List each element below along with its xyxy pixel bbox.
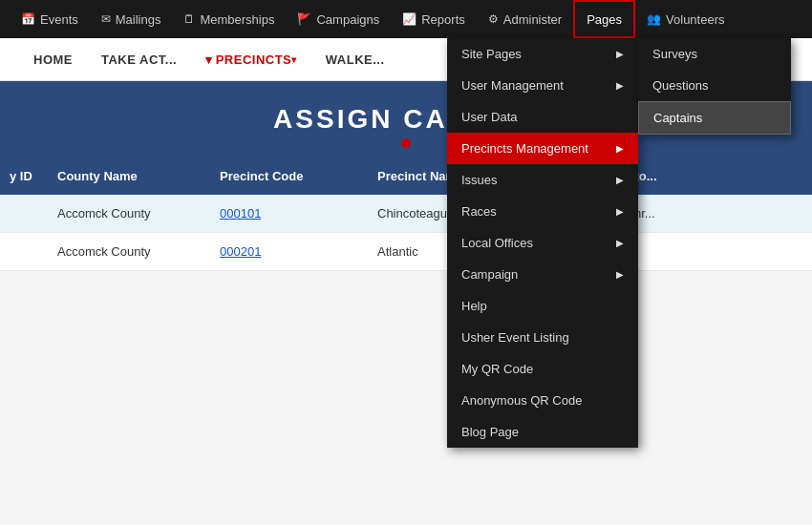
dropdown-blog[interactable]: Blog Page	[447, 416, 638, 448]
submenu-captains[interactable]: Captains	[638, 101, 791, 135]
dropdown-campaign[interactable]: Campaign ▶	[447, 259, 638, 290]
dropdown-precincts-management[interactable]: Precincts Management ▶	[447, 133, 638, 164]
nav-memberships[interactable]: 🗒 Memberships	[172, 0, 286, 38]
cell-county-1: Accomck County	[48, 195, 210, 232]
nav-administer[interactable]: ⚙ Administer	[477, 0, 573, 38]
col-header-county: County Name	[48, 158, 210, 195]
nav-volunteers[interactable]: 👥 Volunteers	[635, 0, 736, 38]
col-header-id: y ID	[0, 158, 48, 195]
top-navigation: 📅 Events ✉ Mailings 🗒 Memberships 🚩 Camp…	[0, 0, 812, 38]
col-header-code: Precinct Code	[210, 158, 368, 195]
chevron-right-icon: ▶	[616, 143, 624, 154]
hero-dot	[401, 138, 411, 148]
memberships-icon: 🗒	[183, 12, 195, 26]
cell-id-2	[0, 233, 48, 270]
nav-campaigns[interactable]: 🚩 Campaigns	[286, 0, 391, 38]
cell-code-2[interactable]: 000201	[210, 233, 368, 270]
nav-events[interactable]: 📅 Events	[10, 0, 90, 38]
submenu-surveys[interactable]: Surveys	[638, 38, 791, 70]
table-header-row: y ID County Name Precinct Code Precinct …	[0, 158, 812, 195]
volunteers-icon: 👥	[647, 12, 661, 26]
nav-reports[interactable]: 📈 Reports	[391, 0, 477, 38]
sec-nav-take-action[interactable]: TAKE ACT...	[87, 38, 191, 81]
campaigns-icon: 🚩	[297, 12, 311, 26]
sec-nav-precincts[interactable]: ▾ PRECINCTS	[191, 38, 311, 81]
dropdown-issues[interactable]: Issues ▶	[447, 164, 638, 196]
sec-nav-walke[interactable]: WALKE...	[311, 38, 399, 81]
dropdown-local-offices[interactable]: Local Offices ▶	[447, 227, 638, 259]
data-table: y ID County Name Precinct Code Precinct …	[0, 158, 812, 271]
pages-dropdown-menu: Site Pages ▶ User Management ▶ User Data…	[447, 38, 638, 448]
dropdown-user-management[interactable]: User Management ▶	[447, 70, 638, 101]
events-icon: 📅	[21, 12, 35, 26]
chevron-right-icon: ▶	[616, 238, 624, 248]
dropdown-my-qr[interactable]: My QR Code	[447, 353, 638, 385]
cell-county-2: Accomck County	[48, 233, 210, 270]
sec-nav-home[interactable]: HOME	[19, 38, 87, 81]
cell-code-1[interactable]: 000101	[210, 195, 368, 232]
chevron-right-icon: ▶	[616, 206, 624, 217]
dropdown-site-pages[interactable]: Site Pages ▶	[447, 38, 638, 70]
dropdown-user-data[interactable]: User Data	[447, 101, 638, 133]
cell-id-1	[0, 195, 48, 232]
nav-pages[interactable]: Pages	[573, 0, 635, 38]
chevron-right-icon: ▶	[616, 269, 624, 280]
table-row: Accomck County 000101 Chincoteague ck@me…	[0, 195, 812, 233]
mailings-icon: ✉	[101, 12, 111, 26]
dropdown-usher-event[interactable]: Usher Event Listing	[447, 322, 638, 353]
dropdown-anon-qr[interactable]: Anonymous QR Code	[447, 385, 638, 416]
submenu-questions[interactable]: Questions	[638, 70, 791, 101]
table-row: Accomck County 000201 Atlantic	[0, 233, 812, 271]
precincts-submenu: Surveys Questions Captains	[638, 38, 791, 135]
dropdown-races[interactable]: Races ▶	[447, 196, 638, 227]
chevron-down-icon: ▾	[205, 52, 213, 67]
administer-icon: ⚙	[488, 12, 499, 26]
nav-mailings[interactable]: ✉ Mailings	[90, 0, 173, 38]
chevron-right-icon: ▶	[616, 49, 624, 59]
dropdown-help[interactable]: Help	[447, 290, 638, 322]
reports-icon: 📈	[402, 12, 417, 26]
chevron-right-icon: ▶	[616, 80, 624, 91]
chevron-right-icon: ▶	[616, 175, 624, 185]
